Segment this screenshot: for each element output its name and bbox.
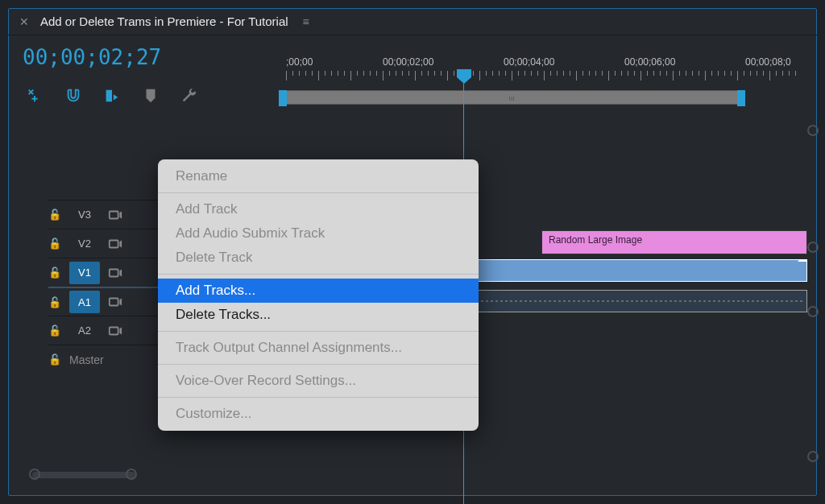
menu-item-output-assignments[interactable]: Track Output Channel Assignments... [158, 336, 479, 360]
menu-item-delete-tracks[interactable]: Delete Tracks... [158, 303, 479, 327]
menu-separator [158, 274, 479, 275]
toggle-output-icon[interactable] [108, 208, 122, 222]
menu-item-rename[interactable]: Rename [158, 164, 479, 188]
ruler-label: 00;00;08;0 [745, 56, 791, 68]
track-label-master: Master [69, 353, 104, 366]
settings-wrench-icon[interactable] [180, 87, 198, 105]
menu-item-add-track[interactable]: Add Track [158, 197, 479, 221]
panel-menu-icon[interactable]: ≡ [303, 15, 309, 28]
menu-item-delete-track[interactable]: Delete Track [158, 246, 479, 270]
toggle-output-icon[interactable] [108, 295, 122, 309]
lock-icon[interactable]: 🔓 [48, 324, 61, 337]
track-label-v3[interactable]: V3 [69, 204, 100, 226]
menu-separator [158, 331, 479, 332]
toggle-output-icon[interactable] [108, 324, 122, 338]
svg-rect-1 [110, 240, 118, 247]
clip-random-large-image[interactable]: Random Large Image [541, 230, 807, 254]
vertical-scroll-knob[interactable] [807, 125, 819, 136]
lock-icon[interactable]: 🔓 [48, 353, 61, 366]
zoom-scroll-handle-left[interactable] [29, 469, 40, 480]
time-ruler[interactable]: ;00;00 00;00;02;00 00;00;04;00 00;00;06;… [286, 56, 809, 105]
track-label-v1[interactable]: V1 [69, 262, 100, 284]
ruler-label: 00;00;02;00 [383, 56, 433, 68]
work-area-bar[interactable]: ||| [286, 90, 738, 105]
vertical-scroll-knob[interactable] [807, 242, 819, 253]
vertical-scroll-knob[interactable] [807, 451, 819, 462]
menu-separator [158, 397, 479, 398]
menu-separator [158, 192, 479, 193]
track-label-v2[interactable]: V2 [69, 233, 100, 255]
ruler-label: 00;00;04;00 [504, 56, 554, 68]
lock-icon[interactable]: 🔓 [48, 209, 61, 221]
menu-item-add-tracks[interactable]: Add Tracks... [158, 279, 479, 303]
lock-icon[interactable]: 🔓 [48, 296, 61, 308]
svg-rect-2 [110, 269, 118, 276]
sequence-title[interactable]: Add or Delete Trams in Premiere - For Tu… [40, 14, 288, 28]
svg-rect-0 [110, 211, 118, 218]
zoom-scroll-handle-right[interactable] [126, 469, 137, 480]
work-area-grip-icon[interactable]: ||| [509, 96, 516, 101]
toggle-output-icon[interactable] [108, 237, 122, 251]
lock-icon[interactable]: 🔓 [48, 266, 61, 279]
menu-item-add-submix[interactable]: Add Audio Submix Track [158, 221, 479, 246]
track-label-a1[interactable]: A1 [69, 291, 100, 313]
menu-item-customize[interactable]: Customize... [158, 402, 479, 426]
vertical-scroll-knob[interactable] [807, 306, 819, 317]
snap-magnet-icon[interactable] [64, 87, 82, 105]
lock-icon[interactable]: 🔓 [48, 238, 61, 250]
svg-rect-4 [110, 327, 118, 334]
sequence-tab-bar: ✕ Add or Delete Trams in Premiere - For … [8, 8, 817, 35]
ruler-ticks [286, 71, 809, 84]
insert-overwrite-icon[interactable] [26, 87, 44, 105]
ruler-label: ;00;00 [286, 56, 313, 68]
menu-separator [158, 364, 479, 365]
ruler-labels: ;00;00 00;00;02;00 00;00;04;00 00;00;06;… [286, 56, 809, 69]
playhead-timecode[interactable]: 00;00;02;27 [23, 45, 161, 69]
horizontal-zoom-scroll[interactable] [18, 469, 807, 480]
clip-label: Random Large Image [549, 234, 642, 246]
timeline-toolbar [26, 87, 198, 105]
close-icon[interactable]: ✕ [19, 15, 29, 28]
zoom-scroll-track[interactable] [32, 472, 135, 478]
linked-selection-icon[interactable] [103, 87, 121, 105]
menu-item-vo-settings[interactable]: Voice-Over Record Settings... [158, 369, 479, 393]
track-label-a2[interactable]: A2 [69, 320, 100, 342]
ruler-label: 00;00;06;00 [624, 56, 675, 68]
track-context-menu: Rename Add Track Add Audio Submix Track … [158, 159, 479, 431]
toggle-output-icon[interactable] [108, 266, 122, 280]
svg-rect-3 [110, 299, 118, 306]
marker-icon[interactable] [142, 87, 160, 105]
